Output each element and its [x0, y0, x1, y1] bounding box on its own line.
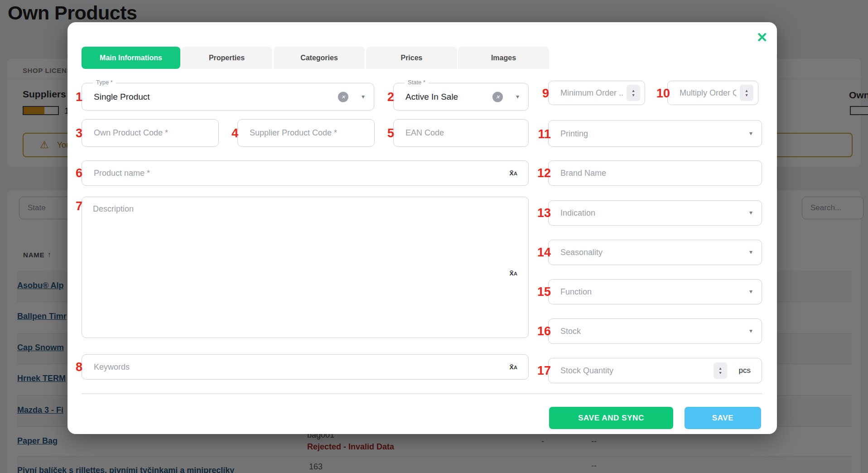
annotation-14: 14: [533, 246, 551, 260]
annotation-15: 15: [533, 285, 551, 299]
keywords-field[interactable]: x̄A: [82, 354, 529, 380]
annotation-13: 13: [533, 206, 551, 220]
translate-icon[interactable]: x̄A: [510, 169, 517, 178]
ean-code-input[interactable]: [394, 120, 528, 146]
minimum-order-field[interactable]: ▴▾: [548, 81, 645, 105]
type-value: Single Product: [94, 92, 150, 102]
save-and-sync-button[interactable]: SAVE AND SYNC: [549, 407, 673, 429]
seasonality-placeholder: Seasonality: [560, 248, 603, 257]
translate-icon[interactable]: x̄A: [510, 362, 517, 372]
stock-select[interactable]: Stock ▾: [548, 319, 762, 344]
chevron-down-icon[interactable]: ▾: [749, 209, 752, 216]
annotation-16: 16: [533, 324, 551, 338]
description-field[interactable]: x̄A: [82, 197, 529, 338]
chevron-down-icon[interactable]: ▾: [749, 288, 752, 295]
seasonality-select[interactable]: Seasonality ▾: [548, 240, 762, 265]
annotation-12: 12: [533, 166, 551, 180]
clear-icon[interactable]: ✕: [338, 92, 348, 102]
tab-properties[interactable]: Properties: [181, 47, 272, 69]
chevron-down-icon[interactable]: ▾: [362, 93, 365, 100]
function-placeholder: Function: [560, 287, 592, 297]
stock-placeholder: Stock: [560, 327, 581, 336]
chevron-down-icon[interactable]: ▾: [749, 327, 752, 334]
product-name-input[interactable]: [82, 161, 528, 185]
chevron-down-icon[interactable]: ▾: [749, 248, 752, 256]
tab-prices[interactable]: Prices: [366, 47, 457, 69]
stock-quantity-input[interactable]: [549, 358, 762, 383]
product-name-field[interactable]: x̄A: [82, 160, 529, 186]
annotation-4: 4: [220, 126, 238, 140]
description-textarea[interactable]: [82, 197, 528, 338]
close-icon[interactable]: ✕: [752, 27, 772, 48]
brand-name-input[interactable]: [549, 161, 762, 185]
supplier-product-code-input[interactable]: [238, 120, 374, 146]
number-stepper[interactable]: ▴▾: [714, 362, 727, 379]
type-label: Type *: [93, 79, 116, 86]
annotation-9: 9: [531, 87, 549, 101]
annotation-11: 11: [533, 127, 551, 141]
annotation-7: 7: [64, 199, 82, 213]
annotation-1: 1: [64, 90, 82, 104]
unit-label: pcs: [739, 366, 751, 375]
brand-name-field[interactable]: [548, 160, 762, 186]
keywords-input[interactable]: [82, 355, 528, 379]
annotation-3: 3: [64, 126, 82, 140]
footer-divider: [82, 393, 762, 394]
stock-quantity-field[interactable]: ▴▾ pcs: [548, 358, 762, 383]
own-product-code-input[interactable]: [82, 120, 218, 146]
chevron-down-icon[interactable]: ▾: [516, 93, 519, 100]
annotation-6: 6: [64, 166, 82, 180]
annotation-8: 8: [64, 360, 82, 374]
clear-icon[interactable]: ✕: [492, 92, 503, 102]
chevron-down-icon[interactable]: ▾: [749, 130, 752, 137]
annotation-2: 2: [376, 90, 394, 104]
product-edit-modal: ✕ Main Informations Properties Categorie…: [68, 22, 777, 434]
number-stepper[interactable]: ▴▾: [627, 85, 640, 101]
translate-icon[interactable]: x̄A: [510, 269, 517, 278]
multiply-order-field[interactable]: ▴▾: [667, 81, 758, 105]
state-value: Active In Sale: [405, 92, 458, 102]
function-select[interactable]: Function ▾: [548, 279, 762, 304]
indication-placeholder: Indication: [560, 208, 595, 218]
annotation-17: 17: [533, 364, 551, 378]
annotation-10: 10: [652, 87, 670, 101]
state-label: State *: [405, 79, 429, 86]
type-select[interactable]: Type * Single Product ✕ ▾: [82, 83, 374, 111]
tab-main-informations[interactable]: Main Informations: [82, 47, 180, 69]
own-product-code-field[interactable]: [82, 119, 219, 147]
number-stepper[interactable]: ▴▾: [740, 85, 753, 101]
ean-code-field[interactable]: [393, 119, 529, 147]
page-root: Own Products SHOP LICENSES Suppliers 1 O…: [0, 0, 868, 473]
printing-placeholder: Printing: [560, 129, 588, 138]
tab-categories[interactable]: Categories: [274, 47, 365, 69]
save-button[interactable]: SAVE: [685, 407, 761, 429]
state-select[interactable]: State * Active In Sale ✕ ▾: [393, 83, 529, 111]
printing-select[interactable]: Printing ▾: [548, 120, 762, 147]
annotation-5: 5: [376, 126, 394, 140]
indication-select[interactable]: Indication ▾: [548, 200, 762, 226]
tab-images[interactable]: Images: [458, 47, 549, 69]
supplier-product-code-field[interactable]: [237, 119, 375, 147]
